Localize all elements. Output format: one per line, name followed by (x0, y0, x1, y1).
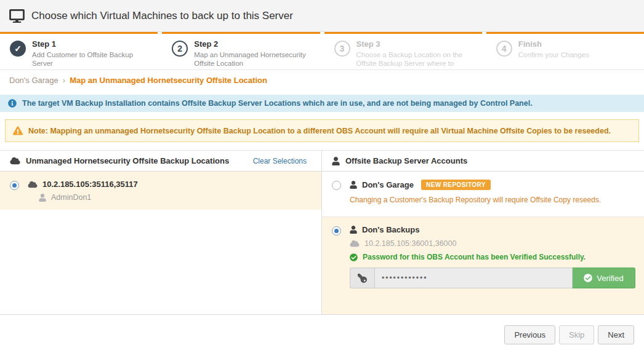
clear-selections-link[interactable]: Clear Selections (253, 157, 307, 165)
step-3-subtitle: Choose a Backup Location on the Offsite … (356, 50, 473, 68)
locations-header: Unmanaged Hornetsecurity Offsite Backup … (0, 151, 321, 172)
account-name: Don's Backups (362, 225, 419, 234)
account-radio-dons-garage[interactable] (332, 181, 341, 190)
location-account: AdminDon1 (51, 193, 91, 202)
step-2-title: Step 2 (194, 39, 311, 49)
verified-button-label: Verified (597, 274, 623, 283)
previous-button[interactable]: Previous (504, 325, 555, 344)
location-radio[interactable] (10, 181, 19, 190)
step-3-number: 3 (334, 41, 350, 57)
accounts-list: Don's Garage NEW REPOSITORY Changing a C… (322, 172, 644, 314)
info-alert: The target VM Backup Installation contai… (0, 95, 644, 112)
account-name-line: Don's Backups (350, 225, 635, 234)
check-circle-icon (350, 253, 358, 261)
step-finish-number: 4 (496, 41, 512, 57)
breadcrumb-current: Map an Unmanaged Hornetsecurity Offsite … (70, 76, 267, 85)
account-address: 10.2.185.105:36001,36000 (364, 239, 456, 248)
next-button[interactable]: Next (598, 325, 634, 344)
breadcrumb-parent-link[interactable]: Don's Garage (9, 76, 58, 85)
accounts-title: Offsite Backup Server Accounts (345, 156, 467, 165)
step-finish-text: Finish Confirm your Changes (518, 39, 589, 69)
step-3: 3 Step 3 Choose a Backup Location on the… (324, 32, 482, 69)
accounts-header: Offsite Backup Server Accounts (322, 151, 644, 172)
obs-password-input[interactable] (374, 268, 573, 288)
account-row-dons-garage[interactable]: Don's Garage NEW REPOSITORY Changing a C… (322, 172, 644, 217)
location-row[interactable]: 10.2.185.105:35116,35117 AdminDon1 (0, 172, 321, 210)
step-2-text: Step 2 Map an Unmanaged Hornetsecurity O… (194, 39, 311, 69)
breadcrumb-separator-icon: › (63, 76, 65, 85)
locations-list: 10.2.185.105:35116,35117 AdminDon1 (0, 172, 321, 314)
password-verified-text: Password for this OBS Account has been V… (363, 253, 586, 261)
location-row-content: 10.2.185.105:35116,35117 AdminDon1 (28, 180, 313, 202)
step-1-check-icon: ✓ (10, 41, 26, 57)
warning-alert: Note: Mapping an unmanaged Hornetsecurit… (5, 119, 639, 142)
key-icon (350, 268, 374, 288)
account-address-line: 10.2.185.105:36001,36000 (350, 239, 635, 248)
step-2[interactable]: 2 Step 2 Map an Unmanaged Hornetsecurity… (162, 32, 320, 69)
step-1-title: Step 1 (32, 39, 149, 49)
info-circle-icon (8, 99, 17, 108)
location-account-line: AdminDon1 (39, 193, 313, 202)
account-row-content: Don's Garage NEW REPOSITORY Changing a C… (350, 180, 635, 208)
step-wizard: ✓ Step 1 Add Customer to Offsite Backup … (0, 32, 644, 70)
account-name-line: Don's Garage NEW REPOSITORY (350, 180, 635, 190)
step-3-title: Step 3 (356, 39, 473, 49)
account-row-content: Don's Backups 10.2.185.105:36001,36000 P… (350, 225, 635, 306)
step-1-text: Step 1 Add Customer to Offsite Backup Se… (32, 39, 149, 69)
location-address: 10.2.185.105:35116,35117 (42, 180, 138, 189)
user-icon (350, 226, 357, 234)
location-address-line: 10.2.185.105:35116,35117 (28, 180, 313, 189)
skip-button: Skip (559, 325, 594, 344)
account-row-dons-backups[interactable]: Don's Backups 10.2.185.105:36001,36000 P… (322, 217, 644, 314)
step-finish: 4 Finish Confirm your Changes (486, 32, 644, 69)
user-icon (39, 194, 46, 202)
warning-triangle-icon (13, 126, 23, 135)
user-icon (332, 157, 340, 165)
cloud-icon (10, 157, 20, 165)
password-input-group: Verified (350, 268, 635, 288)
mapping-panel: Unmanaged Hornetsecurity Offsite Backup … (0, 150, 644, 315)
locations-title: Unmanaged Hornetsecurity Offsite Backup … (26, 156, 229, 165)
step-finish-title: Finish (518, 39, 589, 49)
step-1[interactable]: ✓ Step 1 Add Customer to Offsite Backup … (0, 32, 158, 69)
breadcrumb: Don's Garage › Map an Unmanaged Hornetse… (0, 70, 644, 90)
step-3-text: Step 3 Choose a Backup Location on the O… (356, 39, 473, 69)
locations-column: Unmanaged Hornetsecurity Offsite Backup … (0, 151, 322, 314)
account-name: Don's Garage (362, 180, 414, 189)
step-2-number: 2 (172, 41, 188, 57)
check-circle-icon (584, 274, 592, 282)
verified-button[interactable]: Verified (573, 268, 635, 288)
user-icon (350, 181, 357, 189)
page-header: Choose which Virtual Machines to back up… (0, 0, 644, 32)
step-1-subtitle: Add Customer to Offsite Backup Server (32, 50, 149, 68)
reseed-note: Changing a Customer's Backup Repository … (350, 196, 635, 204)
wizard-footer: Previous Skip Next (0, 315, 644, 344)
step-2-subtitle: Map an Unmanaged Hornetsecurity Offsite … (194, 50, 311, 68)
page-title: Choose which Virtual Machines to back up… (31, 10, 293, 22)
password-verified-line: Password for this OBS Account has been V… (350, 253, 635, 261)
cloud-icon (28, 181, 38, 188)
cloud-icon (350, 240, 360, 247)
monitor-icon (9, 9, 25, 23)
account-radio-dons-backups[interactable] (332, 226, 341, 236)
accounts-column: Offsite Backup Server Accounts Don's Gar… (322, 151, 644, 314)
info-alert-text: The target VM Backup Installation contai… (22, 99, 533, 108)
new-repository-badge: NEW REPOSITORY (421, 180, 491, 190)
step-finish-subtitle: Confirm your Changes (518, 50, 589, 59)
warning-alert-text: Note: Mapping an unmanaged Hornetsecurit… (28, 127, 611, 135)
